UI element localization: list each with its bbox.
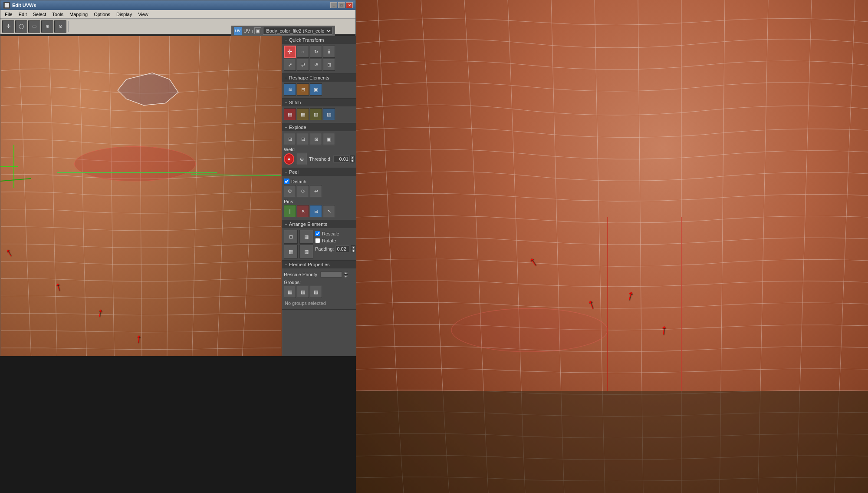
padding-row: Padding: ▲ ▼: [315, 245, 355, 253]
padding-label: Padding:: [315, 246, 334, 251]
ex-btn-2[interactable]: ⊟: [297, 133, 309, 145]
section-title-re: Reshape Elements: [289, 75, 329, 80]
threshold-spinner: ▲ ▼: [350, 156, 355, 162]
menu-display[interactable]: Display: [114, 11, 135, 18]
toolbar-move[interactable]: ✛: [2, 20, 14, 33]
re-btn-expand-sel[interactable]: ▣: [310, 83, 322, 96]
title-buttons: _ □ ✕: [330, 2, 353, 8]
menu-options[interactable]: Options: [91, 11, 113, 18]
pin-btn-1[interactable]: |: [284, 205, 296, 217]
qt-btn-cross[interactable]: ✛: [284, 46, 296, 58]
no-groups-text: No groups selected: [284, 299, 355, 308]
arrange-btn-1[interactable]: ⊞: [284, 230, 298, 244]
section-header-arrange[interactable]: − Arrange Elements: [282, 220, 356, 228]
rotate-row: Rotate: [315, 238, 355, 244]
arrange-btn-2[interactable]: ▩: [284, 245, 298, 258]
padding-up[interactable]: ▲: [351, 245, 355, 249]
arrow-left-4: ↑: [135, 331, 142, 346]
priority-up[interactable]: ▲: [344, 271, 348, 275]
padding-down[interactable]: ▼: [351, 249, 355, 252]
weld-circle-btn[interactable]: ●: [284, 153, 294, 165]
re-btn-straighten[interactable]: ⊟: [297, 83, 309, 96]
section-header-peel[interactable]: − Peel: [282, 168, 356, 176]
uv-icon: UV: [234, 27, 242, 35]
rescale-priority-row: Rescale Priority: ▲ ▼: [284, 270, 355, 279]
threshold-label: Threshold:: [309, 156, 332, 162]
window-titlebar: 🔲 Edit UVWs _ □ ✕: [0, 0, 355, 10]
threshold-up[interactable]: ▲: [350, 156, 355, 159]
threshold-down[interactable]: ▼: [350, 159, 355, 162]
st-btn-2[interactable]: ▦: [297, 108, 309, 120]
pin-btn-3[interactable]: ⊟: [310, 205, 322, 217]
uv-viewport[interactable]: ↑ ↑ ↑ ↑: [0, 36, 282, 356]
st-btn-1[interactable]: ▤: [284, 108, 296, 120]
priority-down[interactable]: ▼: [344, 275, 348, 278]
group-btn-3[interactable]: ▨: [310, 286, 322, 298]
section-content-ar: ⊞ ▩ ▦ ▧ Rescale Rotate: [282, 228, 356, 260]
section-content-st: ▤ ▦ ▧ ▨: [282, 106, 356, 123]
minimize-button[interactable]: _: [330, 2, 337, 8]
padding-spinner: ▲ ▼: [351, 245, 355, 252]
peel-btn-2[interactable]: ⟳: [297, 185, 309, 197]
group-btn-2[interactable]: ▧: [297, 286, 309, 298]
uv-wire-mesh: [0, 36, 282, 356]
section-header-quick-transform[interactable]: − Quick Transform: [282, 36, 356, 44]
toolbar-rect[interactable]: ▭: [28, 20, 40, 33]
section-header-stitch[interactable]: − Stitch: [282, 99, 356, 106]
svg-rect-3: [356, 391, 868, 493]
section-header-explode[interactable]: − Explode: [282, 123, 356, 131]
threshold-input[interactable]: [333, 156, 350, 162]
menu-edit[interactable]: Edit: [16, 11, 30, 18]
peel-btn-3[interactable]: ↩: [310, 185, 322, 197]
wire-mesh-right: [356, 0, 868, 493]
qt-btn-expand[interactable]: ⊞: [323, 59, 335, 71]
groups-label: Groups:: [284, 279, 355, 286]
weld-plus-btn[interactable]: ⊕: [296, 153, 307, 165]
menu-tools[interactable]: Tools: [49, 11, 66, 18]
viewport-window: 🔲 Edit UVWs _ □ ✕ File Edit Select Tools…: [0, 0, 356, 356]
qt-btn-move-diag[interactable]: ⤢: [284, 59, 296, 71]
section-header-ep[interactable]: − Element Properties: [282, 261, 356, 268]
menu-view[interactable]: View: [135, 11, 151, 18]
green-axis-h: [0, 166, 18, 167]
qt-btn-grid[interactable]: ⣿: [323, 46, 335, 58]
pin-btn-2[interactable]: ✕: [297, 205, 309, 217]
detach-label: Detach: [291, 179, 306, 184]
menu-select[interactable]: Select: [30, 11, 49, 18]
rescale-checkbox[interactable]: [315, 231, 320, 236]
qt-btn-rotate-ccw[interactable]: ↺: [310, 59, 322, 71]
peel-btn-1[interactable]: ⚙: [284, 185, 296, 197]
arrange-btn-4[interactable]: ▧: [299, 245, 313, 258]
detach-checkbox[interactable]: [284, 179, 289, 184]
pin-btn-4[interactable]: ↖: [323, 205, 335, 217]
ex-btn-1[interactable]: ⊞: [284, 133, 296, 145]
rotate-checkbox[interactable]: [315, 238, 320, 243]
qt-row1: ✛ ↔ ↻ ⣿: [284, 46, 355, 58]
restore-button[interactable]: □: [338, 2, 345, 8]
section-explode: − Explode ⊞ ⊟ ⊠ ▣ Weld ● ⊕ Threshold:: [282, 123, 356, 168]
menu-mapping[interactable]: Mapping: [67, 11, 90, 18]
ex-btn-3[interactable]: ⊠: [310, 133, 322, 145]
qt-btn-move-h[interactable]: ↔: [297, 46, 309, 58]
priority-bar[interactable]: [320, 271, 342, 278]
padding-input[interactable]: [335, 245, 349, 252]
qt-btn-flip-h[interactable]: ⇄: [297, 59, 309, 71]
collapse-icon-qt: −: [285, 38, 287, 43]
re-btn-relax[interactable]: ≋: [284, 83, 296, 96]
ex-btn-4[interactable]: ▣: [323, 133, 335, 145]
section-arrange: − Arrange Elements ⊞ ▩ ▦ ▧: [282, 220, 356, 261]
st-btn-4[interactable]: ▨: [323, 108, 335, 120]
toolbar-select[interactable]: ⊗: [54, 20, 66, 33]
section-content-re: ≋ ⊟ ▣: [282, 82, 356, 98]
st-btn-3[interactable]: ▧: [310, 108, 322, 120]
arrange-btn-3[interactable]: ▦: [299, 230, 313, 244]
close-button[interactable]: ✕: [346, 2, 353, 8]
uv-channel-dropdown[interactable]: Body_color_file2 (Ken_color.jp: [263, 27, 332, 35]
qt-btn-rotate-cw[interactable]: ↻: [310, 46, 322, 58]
section-header-reshape[interactable]: − Reshape Elements: [282, 74, 356, 82]
group-btn-1[interactable]: ▦: [284, 286, 296, 298]
toolbar-circle[interactable]: ◯: [15, 20, 27, 33]
toolbar-lasso[interactable]: ⊕: [41, 20, 53, 33]
menu-file[interactable]: File: [2, 11, 15, 18]
main-toolbar: ✛ ◯ ▭ ⊕ ⊗ UV UV | ▣ Body_color_file2 (Ke…: [0, 19, 355, 34]
